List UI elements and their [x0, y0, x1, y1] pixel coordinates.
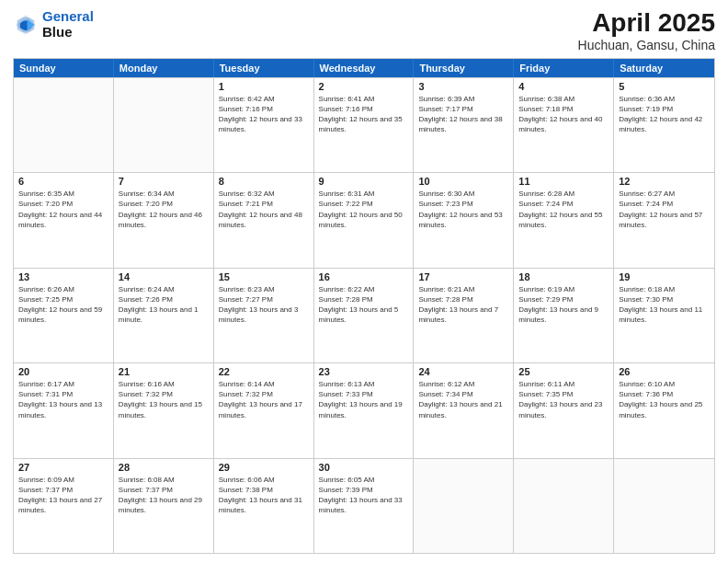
day-info-27: Sunrise: 6:09 AM Sunset: 7:37 PM Dayligh…	[18, 475, 108, 516]
day-number-29: 29	[219, 462, 309, 473]
day-7: 7Sunrise: 6:34 AM Sunset: 7:20 PM Daylig…	[114, 173, 214, 267]
day-number-18: 18	[518, 271, 609, 282]
cal-row-2: 6Sunrise: 6:35 AM Sunset: 7:20 PM Daylig…	[14, 172, 714, 267]
day-info-26: Sunrise: 6:10 AM Sunset: 7:36 PM Dayligh…	[619, 379, 710, 420]
day-number-14: 14	[119, 271, 209, 282]
day-number-9: 9	[319, 176, 409, 187]
day-18: 18Sunrise: 6:19 AM Sunset: 7:29 PM Dayli…	[514, 269, 614, 362]
empty-cell-0-0	[14, 78, 114, 172]
day-6: 6Sunrise: 6:35 AM Sunset: 7:20 PM Daylig…	[14, 173, 114, 267]
day-9: 9Sunrise: 6:31 AM Sunset: 7:22 PM Daylig…	[314, 173, 415, 267]
header-friday: Friday	[514, 59, 614, 77]
day-number-25: 25	[518, 366, 609, 377]
empty-cell-4-4	[414, 459, 514, 553]
day-info-16: Sunrise: 6:22 AM Sunset: 7:28 PM Dayligh…	[319, 284, 409, 326]
day-info-13: Sunrise: 6:26 AM Sunset: 7:25 PM Dayligh…	[18, 284, 108, 326]
day-5: 5Sunrise: 6:36 AM Sunset: 7:19 PM Daylig…	[614, 78, 714, 172]
day-number-13: 13	[18, 271, 108, 282]
day-number-17: 17	[418, 271, 508, 282]
day-info-29: Sunrise: 6:06 AM Sunset: 7:38 PM Dayligh…	[219, 475, 309, 516]
day-number-19: 19	[619, 271, 710, 282]
day-info-15: Sunrise: 6:23 AM Sunset: 7:27 PM Dayligh…	[219, 284, 309, 326]
day-22: 22Sunrise: 6:14 AM Sunset: 7:32 PM Dayli…	[214, 363, 314, 457]
day-info-14: Sunrise: 6:24 AM Sunset: 7:26 PM Dayligh…	[119, 284, 209, 326]
day-21: 21Sunrise: 6:16 AM Sunset: 7:32 PM Dayli…	[114, 363, 214, 457]
cal-row-3: 13Sunrise: 6:26 AM Sunset: 7:25 PM Dayli…	[14, 268, 714, 362]
day-number-26: 26	[619, 366, 710, 377]
day-14: 14Sunrise: 6:24 AM Sunset: 7:26 PM Dayli…	[114, 269, 214, 362]
day-11: 11Sunrise: 6:28 AM Sunset: 7:24 PM Dayli…	[514, 173, 614, 267]
day-17: 17Sunrise: 6:21 AM Sunset: 7:28 PM Dayli…	[414, 269, 514, 362]
header-saturday: Saturday	[614, 59, 714, 77]
day-number-27: 27	[18, 462, 108, 473]
day-number-4: 4	[518, 81, 609, 92]
day-info-12: Sunrise: 6:27 AM Sunset: 7:24 PM Dayligh…	[619, 189, 710, 230]
day-info-28: Sunrise: 6:08 AM Sunset: 7:37 PM Dayligh…	[119, 475, 209, 516]
logo-icon	[13, 12, 39, 38]
day-16: 16Sunrise: 6:22 AM Sunset: 7:28 PM Dayli…	[314, 269, 415, 362]
day-number-16: 16	[319, 271, 409, 282]
day-info-7: Sunrise: 6:34 AM Sunset: 7:20 PM Dayligh…	[119, 189, 209, 230]
empty-cell-4-6	[614, 459, 714, 553]
cal-row-1: 1Sunrise: 6:42 AM Sunset: 7:16 PM Daylig…	[14, 77, 714, 172]
day-26: 26Sunrise: 6:10 AM Sunset: 7:36 PM Dayli…	[614, 363, 714, 457]
day-15: 15Sunrise: 6:23 AM Sunset: 7:27 PM Dayli…	[214, 269, 314, 362]
day-number-12: 12	[619, 176, 710, 187]
day-23: 23Sunrise: 6:13 AM Sunset: 7:33 PM Dayli…	[314, 363, 415, 457]
empty-cell-0-1	[114, 78, 214, 172]
day-number-20: 20	[18, 366, 108, 377]
day-info-8: Sunrise: 6:32 AM Sunset: 7:21 PM Dayligh…	[219, 189, 309, 230]
day-number-22: 22	[219, 366, 309, 377]
calendar-header-row: SundayMondayTuesdayWednesdayThursdayFrid…	[14, 59, 714, 77]
day-number-7: 7	[119, 176, 209, 187]
day-3: 3Sunrise: 6:39 AM Sunset: 7:17 PM Daylig…	[414, 78, 514, 172]
day-info-25: Sunrise: 6:11 AM Sunset: 7:35 PM Dayligh…	[518, 379, 609, 420]
day-info-18: Sunrise: 6:19 AM Sunset: 7:29 PM Dayligh…	[518, 284, 609, 326]
calendar: SundayMondayTuesdayWednesdayThursdayFrid…	[13, 58, 715, 554]
day-19: 19Sunrise: 6:18 AM Sunset: 7:30 PM Dayli…	[614, 269, 714, 362]
day-info-17: Sunrise: 6:21 AM Sunset: 7:28 PM Dayligh…	[418, 284, 508, 326]
day-info-4: Sunrise: 6:38 AM Sunset: 7:18 PM Dayligh…	[518, 94, 609, 135]
day-info-19: Sunrise: 6:18 AM Sunset: 7:30 PM Dayligh…	[619, 284, 710, 326]
day-number-21: 21	[119, 366, 209, 377]
header-monday: Monday	[114, 59, 214, 77]
day-info-22: Sunrise: 6:14 AM Sunset: 7:32 PM Dayligh…	[219, 379, 309, 420]
day-info-10: Sunrise: 6:30 AM Sunset: 7:23 PM Dayligh…	[418, 189, 508, 230]
day-29: 29Sunrise: 6:06 AM Sunset: 7:38 PM Dayli…	[214, 459, 314, 553]
header-tuesday: Tuesday	[214, 59, 314, 77]
day-number-30: 30	[319, 462, 409, 473]
day-info-3: Sunrise: 6:39 AM Sunset: 7:17 PM Dayligh…	[418, 94, 508, 135]
day-info-11: Sunrise: 6:28 AM Sunset: 7:24 PM Dayligh…	[518, 189, 609, 230]
empty-cell-4-5	[514, 459, 614, 553]
cal-row-5: 27Sunrise: 6:09 AM Sunset: 7:37 PM Dayli…	[14, 458, 714, 553]
day-number-6: 6	[18, 176, 108, 187]
day-12: 12Sunrise: 6:27 AM Sunset: 7:24 PM Dayli…	[614, 173, 714, 267]
header-wednesday: Wednesday	[314, 59, 415, 77]
day-1: 1Sunrise: 6:42 AM Sunset: 7:16 PM Daylig…	[214, 78, 314, 172]
header: General Blue April 2025 Huchuan, Gansu, …	[13, 9, 715, 52]
header-sunday: Sunday	[14, 59, 114, 77]
day-info-2: Sunrise: 6:41 AM Sunset: 7:16 PM Dayligh…	[319, 94, 409, 135]
day-13: 13Sunrise: 6:26 AM Sunset: 7:25 PM Dayli…	[14, 269, 114, 362]
day-info-9: Sunrise: 6:31 AM Sunset: 7:22 PM Dayligh…	[319, 189, 409, 230]
title-block: April 2025 Huchuan, Gansu, China	[578, 9, 715, 52]
day-10: 10Sunrise: 6:30 AM Sunset: 7:23 PM Dayli…	[414, 173, 514, 267]
page: General Blue April 2025 Huchuan, Gansu, …	[0, 0, 728, 563]
calendar-body: 1Sunrise: 6:42 AM Sunset: 7:16 PM Daylig…	[14, 77, 714, 553]
day-25: 25Sunrise: 6:11 AM Sunset: 7:35 PM Dayli…	[514, 363, 614, 457]
day-8: 8Sunrise: 6:32 AM Sunset: 7:21 PM Daylig…	[214, 173, 314, 267]
page-title: April 2025	[578, 9, 715, 38]
day-28: 28Sunrise: 6:08 AM Sunset: 7:37 PM Dayli…	[114, 459, 214, 553]
day-info-30: Sunrise: 6:05 AM Sunset: 7:39 PM Dayligh…	[319, 475, 409, 516]
day-number-1: 1	[219, 81, 309, 92]
day-number-28: 28	[119, 462, 209, 473]
day-number-3: 3	[418, 81, 508, 92]
day-number-23: 23	[319, 366, 409, 377]
day-4: 4Sunrise: 6:38 AM Sunset: 7:18 PM Daylig…	[514, 78, 614, 172]
day-2: 2Sunrise: 6:41 AM Sunset: 7:16 PM Daylig…	[314, 78, 415, 172]
day-number-2: 2	[319, 81, 409, 92]
day-27: 27Sunrise: 6:09 AM Sunset: 7:37 PM Dayli…	[14, 459, 114, 553]
day-info-20: Sunrise: 6:17 AM Sunset: 7:31 PM Dayligh…	[18, 379, 108, 420]
day-number-8: 8	[219, 176, 309, 187]
day-info-1: Sunrise: 6:42 AM Sunset: 7:16 PM Dayligh…	[219, 94, 309, 135]
